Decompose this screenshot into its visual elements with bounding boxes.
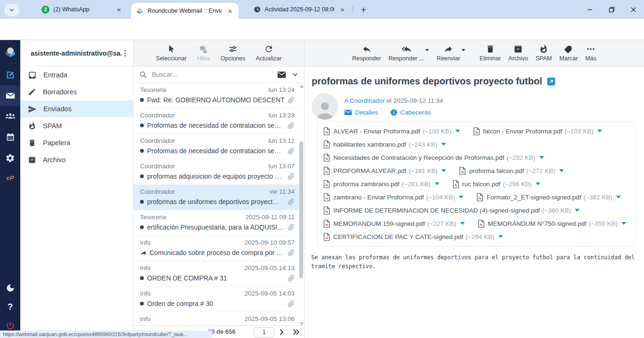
scroll-up-arrow-icon[interactable] xyxy=(299,85,304,88)
next-page-icon[interactable] xyxy=(278,329,285,336)
window-minimize-button[interactable] xyxy=(579,0,601,19)
attachment-item[interactable]: Formato_2_ET-signed-signed.pdf (~382 KB) xyxy=(477,193,621,201)
last-page-icon[interactable] xyxy=(292,329,300,336)
settings-nav-button[interactable] xyxy=(0,148,20,168)
attachment-item[interactable]: MEMORANDUM 159-signed.pdf (~227 KB) xyxy=(323,220,465,228)
message-row-selected[interactable]: Coordinadorvie 11:34 proformas de unifor… xyxy=(133,185,299,210)
tab-close-icon[interactable]: × xyxy=(339,6,346,14)
forward-dropdown-icon[interactable] xyxy=(462,49,465,51)
tab-close-icon[interactable]: × xyxy=(226,7,234,15)
attachment-item[interactable]: INFORME DE DETERMINACION DE NECESIDAD (4… xyxy=(323,206,579,214)
message-row[interactable]: Info2025-09-05 14:13 ORDEN DE COMPRA # 3… xyxy=(133,261,299,287)
page-number-input[interactable]: 1 xyxy=(254,327,274,338)
reply-button[interactable]: Responder xyxy=(352,44,381,62)
attachment-item[interactable]: PROFORMA ALVEAR.pdf (~161 KB) xyxy=(323,167,446,175)
message-row[interactable]: Tesoreria2025-09-11 09:11 ertificación P… xyxy=(133,210,299,236)
attachment-menu-icon[interactable] xyxy=(575,209,579,212)
message-row[interactable]: Info2025-09-05 14:03 Orden de compra # 3… xyxy=(133,287,299,312)
attachment-item[interactable]: ALVEAR - Enviar Proforma.pdf (~100 KB) xyxy=(323,127,460,135)
attachment-item[interactable]: CERTIFICACION DE PAC Y CATE-signed.pdf (… xyxy=(323,233,503,241)
attachment-item[interactable]: Necesidades de Contratación y Recepción … xyxy=(323,154,544,162)
attachment-item[interactable]: ruc falcon.pdf (~296 KB) xyxy=(453,180,540,188)
attachment-menu-icon[interactable] xyxy=(536,182,540,185)
message-row[interactable]: Coordinadorlun 13:12 Proformas de necesi… xyxy=(133,134,299,159)
forward-button-mail[interactable]: Reenviar xyxy=(437,44,460,62)
spam-button[interactable]: SPAM xyxy=(536,44,552,62)
unread-dot-icon[interactable] xyxy=(140,276,144,280)
mark-button[interactable]: Marcar xyxy=(560,44,578,62)
search-input[interactable]: Buscar... xyxy=(152,71,277,78)
attachment-item[interactable]: proforma falcon.pdf (~272 KB) xyxy=(459,167,563,175)
cpanel-icon[interactable]: cP xyxy=(0,168,20,187)
unread-dot-icon[interactable] xyxy=(140,149,144,153)
attachment-menu-icon[interactable] xyxy=(455,130,460,132)
unread-dot-icon[interactable] xyxy=(140,225,144,229)
browser-tab-actividad[interactable]: Actividad 2025-09-12 08:00:00 × xyxy=(249,0,351,19)
unread-dot-icon[interactable] xyxy=(140,98,144,102)
open-in-new-window-icon[interactable] xyxy=(547,77,555,86)
roundcube-logo-icon[interactable] xyxy=(0,40,20,65)
attachment-menu-icon[interactable] xyxy=(441,169,446,172)
unread-dot-icon[interactable] xyxy=(140,200,144,204)
unread-dot-icon[interactable] xyxy=(140,124,144,127)
search-options-chevron-icon[interactable] xyxy=(292,71,298,78)
reply-all-button[interactable]: Responder ... xyxy=(388,44,424,62)
account-header[interactable]: asistente-administrativo@sa... ⋮ xyxy=(20,40,133,66)
new-tab-button[interactable]: + xyxy=(357,4,370,16)
reply-all-dropdown-icon[interactable] xyxy=(425,49,429,51)
recipient-link[interactable]: Coordinador xyxy=(350,97,385,104)
message-row[interactable]: Coordinadorlun 13:07 proformas adquisici… xyxy=(133,159,299,185)
headers-link[interactable]: Cabeceras xyxy=(390,109,431,116)
list-scrollbar[interactable] xyxy=(298,85,304,325)
attachment-menu-icon[interactable] xyxy=(460,222,465,225)
attachment-item[interactable]: habilitantes xambrano.pdf (~243 KB) xyxy=(323,140,446,148)
attachment-menu-icon[interactable] xyxy=(498,235,503,238)
attachment-menu-icon[interactable] xyxy=(597,130,602,132)
sidebar-item-entrada[interactable]: Entrada xyxy=(20,66,133,83)
account-menu-icon[interactable]: ⋮ xyxy=(122,52,128,54)
compose-button[interactable] xyxy=(0,65,20,85)
sidebar-item-borradores[interactable]: Borradores xyxy=(20,83,133,100)
sidebar-item-spam[interactable]: SPAM xyxy=(20,117,133,134)
calendar-nav-button[interactable] xyxy=(0,127,20,148)
attachment-item[interactable]: falcon - Enviar Proforma.pdf (~103 KB) xyxy=(473,127,602,135)
browser-tab-whatsapp[interactable]: 2 (2) WhatsApp × xyxy=(37,0,127,19)
options-button[interactable]: Opciones xyxy=(221,44,246,62)
search-bar[interactable]: Buscar... xyxy=(133,66,304,83)
mail-nav-button[interactable] xyxy=(0,85,20,106)
window-restore-button[interactable] xyxy=(601,0,622,19)
scrollbar-thumb[interactable] xyxy=(299,141,303,278)
message-row[interactable]: Coordinadorlun 13:23 Proformas de necesi… xyxy=(133,108,299,134)
browser-tab-roundcube[interactable]: Roundcube Webmail :: Enviados × xyxy=(131,3,239,19)
attachment-menu-icon[interactable] xyxy=(616,196,621,198)
help-icon[interactable]: ? xyxy=(0,297,20,316)
more-button[interactable]: Más xyxy=(585,44,596,62)
attachment-menu-icon[interactable] xyxy=(621,222,626,225)
window-close-button[interactable] xyxy=(622,0,644,19)
contacts-nav-button[interactable] xyxy=(0,106,20,127)
scope-envelope-icon[interactable] xyxy=(277,71,286,78)
sidebar-item-archivo[interactable]: Archivo xyxy=(20,151,133,168)
archive-button[interactable]: Archivo xyxy=(508,44,528,62)
tab-search-button[interactable] xyxy=(5,4,19,16)
attachment-menu-icon[interactable] xyxy=(539,156,544,159)
sidebar-item-papelera[interactable]: Papelera xyxy=(20,134,133,151)
attachment-menu-icon[interactable] xyxy=(435,182,439,185)
attachment-menu-icon[interactable] xyxy=(441,143,446,146)
refresh-button[interactable]: Actualizar xyxy=(256,44,282,62)
message-row[interactable]: Tesorerialun 13:24 Fwd: Re: GOBIERNO AUT… xyxy=(133,83,299,108)
select-button[interactable]: Seleccionar xyxy=(156,44,187,62)
attachment-item[interactable]: zambrano - Enviar Proforma.pdf (~104 KB) xyxy=(323,193,463,201)
unread-dot-icon[interactable] xyxy=(140,174,144,178)
threads-button[interactable]: Hilos xyxy=(197,44,210,62)
attachment-item[interactable]: MEMORÁNDUM N°750-signed.pdf (~350 KB) xyxy=(478,220,627,228)
tab-close-icon[interactable]: × xyxy=(116,6,123,14)
attachment-menu-icon[interactable] xyxy=(559,169,564,172)
attachment-item[interactable]: proforma zambrano.pdf (~281 KB) xyxy=(323,180,439,188)
dark-mode-moon-icon[interactable] xyxy=(0,279,20,297)
delete-button[interactable]: Eliminar xyxy=(479,44,501,62)
details-link[interactable]: Detalles xyxy=(344,109,378,116)
message-row[interactable]: Info2025-09-10 09:57 Comunicado sobre pr… xyxy=(133,236,299,261)
unread-dot-icon[interactable] xyxy=(140,302,144,305)
attachment-menu-icon[interactable] xyxy=(459,196,463,198)
